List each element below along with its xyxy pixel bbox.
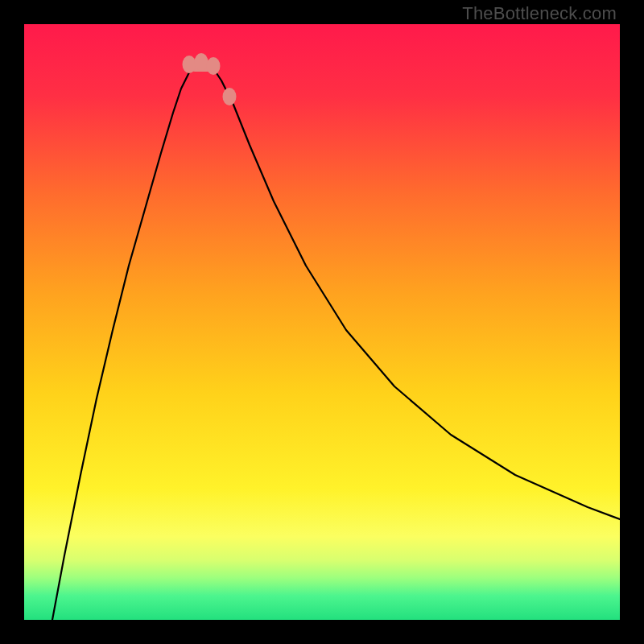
plot-area <box>24 24 620 620</box>
watermark-text: TheBottleneck.com <box>462 3 617 24</box>
gradient-background <box>24 24 620 620</box>
svg-rect-0 <box>24 24 620 620</box>
